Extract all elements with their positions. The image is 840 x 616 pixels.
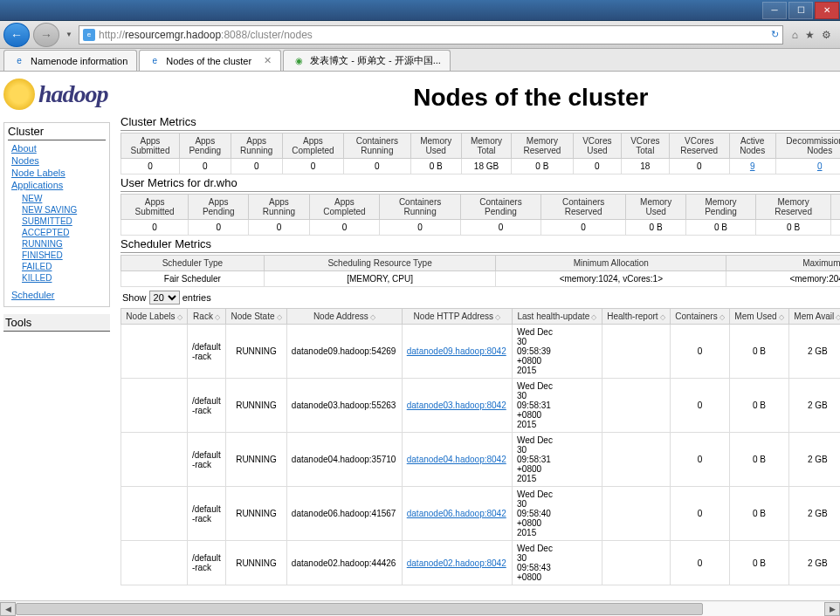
node-http-link[interactable]: datanode09.hadoop:8042 <box>407 346 506 356</box>
cell-state: RUNNING <box>226 487 287 541</box>
sort-icon: ◇ <box>177 313 182 321</box>
sidebar-tools-header[interactable]: Tools <box>3 314 110 332</box>
cell-rack: /default-rack <box>187 487 225 541</box>
metric-cell: 0 B <box>756 220 831 236</box>
metric-cell: 0 <box>121 220 189 236</box>
browser-tab-2[interactable]: ◉发表博文 - 师弟文 - 开源中国... <box>283 50 451 71</box>
nodes-column-header[interactable]: Mem Avail◇ <box>788 309 840 325</box>
scroll-left-button[interactable]: ◀ <box>0 602 16 616</box>
sidebar-appstate-finished[interactable]: FINISHED <box>22 250 106 261</box>
sidebar-appstate-submitted[interactable]: SUBMITTED <box>22 216 106 227</box>
minimize-button[interactable]: ─ <box>762 2 787 19</box>
metric-cell: Fair Scheduler <box>121 271 265 287</box>
cell-mema: 2 GB <box>788 541 840 585</box>
sidebar-appstate-accepted[interactable]: ACCEPTED <box>22 227 106 238</box>
cell-update: Wed Dec3009:58:31+08002015 <box>512 433 602 487</box>
sidebar-link-node-labels[interactable]: Node Labels <box>8 167 106 179</box>
settings-icon[interactable]: ⚙ <box>822 29 831 41</box>
sidebar-scheduler-link[interactable]: Scheduler <box>8 289 106 301</box>
favorites-icon[interactable]: ★ <box>805 29 815 41</box>
browser-tab-1[interactable]: eNodes of the cluster✕ <box>139 50 281 71</box>
sidebar-appstate-failed[interactable]: FAILED <box>22 261 106 272</box>
metric-cell: 9 <box>729 159 775 175</box>
cluster-metrics-table: Apps SubmittedApps PendingApps RunningAp… <box>120 133 840 175</box>
tab-label: 发表博文 - 师弟文 - 开源中国... <box>310 54 441 67</box>
cell-memu: 0 B <box>729 487 788 541</box>
sidebar-appstate-running[interactable]: RUNNING <box>22 238 106 250</box>
browser-tab-0[interactable]: eNamenode information <box>3 50 137 71</box>
back-button[interactable]: ← <box>3 23 30 47</box>
nodes-column-header[interactable]: Node Labels◇ <box>121 309 188 325</box>
column-header: Containers Reserved <box>541 195 626 220</box>
metric-link[interactable]: 0 <box>817 161 823 171</box>
sidebar-appstate-new-saving[interactable]: NEW SAVING <box>22 204 106 216</box>
forward-button[interactable]: → <box>33 23 59 47</box>
cell-labels <box>121 487 188 541</box>
cell-addr: datanode03.hadoop:55263 <box>286 379 402 433</box>
url-bar[interactable]: e http://resourcemgr.hadoop:8088/cluster… <box>79 25 783 44</box>
browser-toolbar: ← → ▼ e http://resourcemgr.hadoop:8088/c… <box>0 21 840 49</box>
column-header: Memory Pending <box>686 195 756 220</box>
scroll-right-button[interactable]: ▶ <box>824 602 840 616</box>
refresh-icon[interactable]: ↻ <box>771 29 779 40</box>
cell-report <box>602 541 670 585</box>
cell-mema: 2 GB <box>788 433 840 487</box>
metric-cell: 0 <box>460 220 540 236</box>
ie-icon: e <box>13 55 25 67</box>
cell-labels <box>121 541 188 585</box>
cell-memu: 0 B <box>729 541 788 585</box>
sidebar-link-nodes[interactable]: Nodes <box>8 154 106 167</box>
ie-icon: e <box>148 55 161 67</box>
node-http-link[interactable]: datanode04.hadoop:8042 <box>407 455 506 464</box>
node-http-link[interactable]: datanode03.hadoop:8042 <box>407 400 506 410</box>
nodes-column-header[interactable]: Containers◇ <box>670 309 729 325</box>
nodes-column-header[interactable]: Rack◇ <box>187 309 225 325</box>
close-button[interactable]: ✕ <box>815 2 839 19</box>
column-header: Containers Running <box>380 195 461 220</box>
tab-close-icon[interactable]: ✕ <box>264 55 272 66</box>
url-text: http://resourcemgr.hadoop:8088/cluster/n… <box>99 29 768 41</box>
nodes-column-header[interactable]: Node HTTP Address◇ <box>402 309 512 325</box>
sort-icon: ◇ <box>836 313 840 321</box>
sidebar-link-applications[interactable]: Applications <box>8 179 106 191</box>
sidebar-cluster-header: Cluster <box>8 125 106 140</box>
metric-cell: 18 GB <box>461 159 511 175</box>
cell-rack: /default-rack <box>187 433 225 487</box>
cell-memu: 0 B <box>729 325 788 379</box>
entries-select[interactable]: 20 <box>149 291 180 305</box>
scroll-track[interactable] <box>16 602 824 616</box>
nodes-column-header[interactable]: Node State◇ <box>226 309 287 325</box>
column-header: Apps Running <box>249 195 309 220</box>
column-header: Apps Submitted <box>121 133 180 159</box>
column-header: Decommissioned Nodes <box>775 133 840 159</box>
metric-cell: 0 <box>344 159 410 175</box>
cell-http: datanode02.hadoop:8042 <box>402 541 512 585</box>
node-http-link[interactable]: datanode02.hadoop:8042 <box>407 558 506 568</box>
column-header: VCores Used <box>831 195 840 220</box>
sidebar-appstate-new[interactable]: NEW <box>22 193 106 204</box>
column-header: Active Nodes <box>729 133 775 159</box>
nodes-column-header[interactable]: Mem Used◇ <box>729 309 788 325</box>
column-header: Memory Reserved <box>756 195 831 220</box>
nodes-column-header[interactable]: Last health-update◇ <box>512 309 602 325</box>
tab-label: Namenode information <box>31 56 127 66</box>
scroll-thumb[interactable] <box>16 603 703 615</box>
cell-addr: datanode09.hadoop:54269 <box>286 325 402 379</box>
column-header: Memory Total <box>461 133 511 159</box>
page-title: Nodes of the cluster <box>108 77 840 112</box>
metric-link[interactable]: 9 <box>750 161 755 171</box>
home-icon[interactable]: ⌂ <box>792 29 798 41</box>
maximize-button[interactable]: ☐ <box>788 2 813 19</box>
cell-state: RUNNING <box>226 541 287 585</box>
sidebar-link-about[interactable]: About <box>8 142 106 154</box>
nodes-column-header[interactable]: Health-report◇ <box>602 309 670 325</box>
column-header: Memory Used <box>410 133 461 159</box>
sidebar-appstate-killed[interactable]: KILLED <box>22 272 106 284</box>
nav-dropdown-icon[interactable]: ▼ <box>63 23 75 47</box>
cell-http: datanode09.hadoop:8042 <box>402 325 512 379</box>
node-http-link[interactable]: datanode06.hadoop:8042 <box>407 509 506 518</box>
metric-cell: 0 <box>179 159 231 175</box>
hadoop-logo: hadoop <box>3 79 108 110</box>
nodes-column-header[interactable]: Node Address◇ <box>286 309 402 325</box>
metric-cell: 0 <box>189 220 249 236</box>
